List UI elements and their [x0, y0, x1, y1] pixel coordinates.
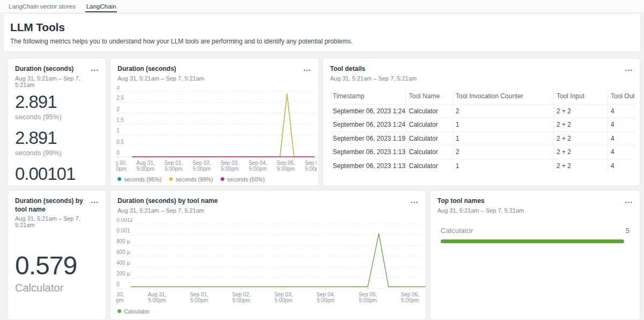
- table-cell: 4: [608, 159, 634, 173]
- table-header-cell: Tool Input: [553, 88, 608, 104]
- table-header-row: TimestampTool NameTool Invocation Counte…: [330, 88, 634, 104]
- svg-text:5:00pm: 5:00pm: [275, 297, 292, 303]
- table-cell: 2 + 2: [553, 146, 608, 159]
- table-cell: 2 + 2: [553, 105, 608, 118]
- table-cell: September 06, 2023 1:13:39: [330, 148, 406, 156]
- big-stat-label: Calculator: [15, 282, 99, 294]
- table-cell: 2: [452, 105, 553, 118]
- panel-top-tool-names: Top tool names Aug 31, 5:21am – Sep 7, 5…: [430, 190, 640, 320]
- page-title: LLM Tools: [10, 21, 634, 34]
- table-cell: 4: [608, 132, 634, 146]
- bar-value: 5: [625, 227, 630, 235]
- svg-text:5:00pm: 5:00pm: [401, 297, 419, 303]
- stat-value-p99: 2.891: [15, 128, 99, 148]
- svg-text:5:00pm: 5:00pm: [116, 166, 127, 172]
- table-cell: Calculator: [406, 132, 452, 146]
- panel-menu-icon[interactable]: ...: [91, 197, 99, 203]
- table-cell: 2 + 2: [553, 159, 608, 173]
- bar: [441, 239, 624, 243]
- svg-text:Sep 05,: Sep 05,: [358, 292, 377, 297]
- svg-text:0.001: 0.001: [116, 228, 130, 234]
- panel-duration-chart: Duration (seconds) Aug 31, 5:21am – Sep …: [110, 58, 319, 186]
- svg-text:Aug 30,: Aug 30,: [116, 292, 124, 297]
- svg-text:Sep 06,: Sep 06,: [305, 160, 317, 166]
- tab-bar: LangChain vector stores LangChain: [0, 0, 644, 12]
- legend-item[interactable]: seconds (95%): [118, 176, 162, 183]
- svg-text:Sep 03,: Sep 03,: [221, 160, 239, 166]
- svg-text:200 µ: 200 µ: [116, 271, 130, 277]
- table-cell: 1: [452, 159, 553, 173]
- table-cell: Calculator: [406, 159, 452, 173]
- svg-text:Sep 01,: Sep 01,: [164, 160, 182, 166]
- table-cell: 4: [608, 118, 634, 132]
- table-row: September 06, 2023 1:13:39Calculator22 +…: [330, 145, 634, 159]
- svg-text:400 µ: 400 µ: [116, 260, 130, 266]
- svg-text:Sep 06,: Sep 06,: [401, 292, 419, 297]
- table-cell: 4: [608, 146, 634, 159]
- svg-text:Sep 03,: Sep 03,: [274, 292, 292, 297]
- table-cell: September 06, 2023 1:24:36: [330, 107, 406, 115]
- panel-menu-icon[interactable]: ...: [411, 197, 419, 203]
- table-row: September 06, 2023 1:24:26Calculator12 +…: [330, 118, 634, 132]
- legend-dot-icon: [118, 309, 121, 313]
- svg-text:5:00pm: 5:00pm: [190, 297, 208, 303]
- panel-time-range: Aug 31, 5:21am – Sep 7, 5:21am: [15, 215, 89, 228]
- table-cell: 4: [608, 105, 634, 118]
- table-cell: Calculator: [406, 118, 452, 132]
- legend-item[interactable]: seconds (99%): [169, 176, 213, 183]
- stat-value-p95: 2.891: [15, 92, 99, 112]
- svg-text:Sep 02,: Sep 02,: [193, 160, 211, 166]
- tab-langchain-vector-stores[interactable]: LangChain vector stores: [8, 1, 77, 12]
- panel-duration-stats: Duration (seconds) Aug 31, 5:21am – Sep …: [8, 58, 106, 186]
- svg-text:Aug 31,: Aug 31,: [148, 292, 166, 297]
- panel-time-range: Aug 31, 5:21am – Sep 7, 5:21am: [437, 207, 524, 214]
- panel-duration-by-tool-stat: Duration (seconds) by tool name Aug 31, …: [8, 190, 106, 320]
- svg-text:Aug 31,: Aug 31,: [136, 160, 155, 166]
- svg-text:5:00pm: 5:00pm: [221, 166, 238, 172]
- svg-text:5:00pm: 5:00pm: [277, 166, 295, 172]
- panel-menu-icon[interactable]: ...: [625, 197, 633, 203]
- duration-by-tool-line-chart: 0200 µ400 µ600 µ800 µ0.0010.0012Aug 30,5…: [116, 218, 419, 305]
- stat-value-p50: 0.00101: [15, 164, 99, 184]
- chart-legend: Calculator: [118, 308, 419, 315]
- svg-text:5:00pm: 5:00pm: [165, 166, 182, 172]
- panel-title: Tool details: [330, 65, 416, 74]
- table-header-cell: Tool Output: [608, 88, 634, 104]
- svg-text:Sep 01,: Sep 01,: [190, 292, 208, 297]
- svg-text:5:00pm: 5:00pm: [116, 297, 124, 303]
- legend-dot-icon: [118, 177, 121, 181]
- table-header-cell: Tool Invocation Counter: [452, 88, 553, 104]
- svg-text:Sep 04,: Sep 04,: [317, 292, 335, 297]
- top-tool-bars: Calculator5: [437, 227, 633, 243]
- svg-text:Aug 30,: Aug 30,: [116, 160, 127, 166]
- panel-time-range: Aug 31, 5:21am – Sep 7, 5:21am: [118, 207, 218, 214]
- panel-title: Top tool names: [437, 197, 524, 206]
- table-row: September 06, 2023 1:13:33Calculator12 +…: [330, 159, 634, 173]
- svg-text:5:00pm: 5:00pm: [305, 166, 317, 172]
- table-cell: 2 + 2: [553, 118, 608, 132]
- legend-dot-icon: [221, 177, 224, 181]
- panel-title: Duration (seconds) by tool name: [15, 197, 89, 214]
- stat-label-p99: seconds (99%): [15, 149, 99, 157]
- svg-text:5:00pm: 5:00pm: [232, 297, 250, 303]
- panel-time-range: Aug 31, 5:21am – Sep 7, 5:21am: [118, 75, 204, 82]
- bar-row: Calculator5: [441, 227, 630, 235]
- tool-details-table: TimestampTool NameTool Invocation Counte…: [330, 88, 634, 173]
- svg-text:Sep 05,: Sep 05,: [276, 160, 295, 166]
- table-cell: 2 + 2: [553, 132, 608, 146]
- legend-item[interactable]: Calculator: [118, 308, 149, 315]
- legend-dot-icon: [169, 177, 173, 181]
- page-header: LLM Tools The following metrics helps yo…: [3, 13, 641, 52]
- panel-menu-icon[interactable]: ...: [303, 65, 311, 71]
- big-stat-value: 0.579: [15, 253, 99, 279]
- panel-menu-icon[interactable]: ...: [625, 65, 633, 71]
- table-header-cell: Timestamp: [330, 92, 406, 100]
- panel-title: Duration (seconds): [15, 65, 91, 74]
- svg-text:5:00pm: 5:00pm: [137, 166, 155, 172]
- svg-text:800 µ: 800 µ: [116, 238, 130, 244]
- panel-time-range: Aug 31, 5:21am – Sep 7, 5:21am: [15, 75, 91, 88]
- legend-item[interactable]: seconds (50%): [221, 176, 265, 183]
- tab-langchain[interactable]: LangChain: [85, 1, 118, 12]
- panel-menu-icon[interactable]: ...: [91, 65, 99, 71]
- table-row: September 06, 2023 1:24:36Calculator22 +…: [330, 104, 634, 118]
